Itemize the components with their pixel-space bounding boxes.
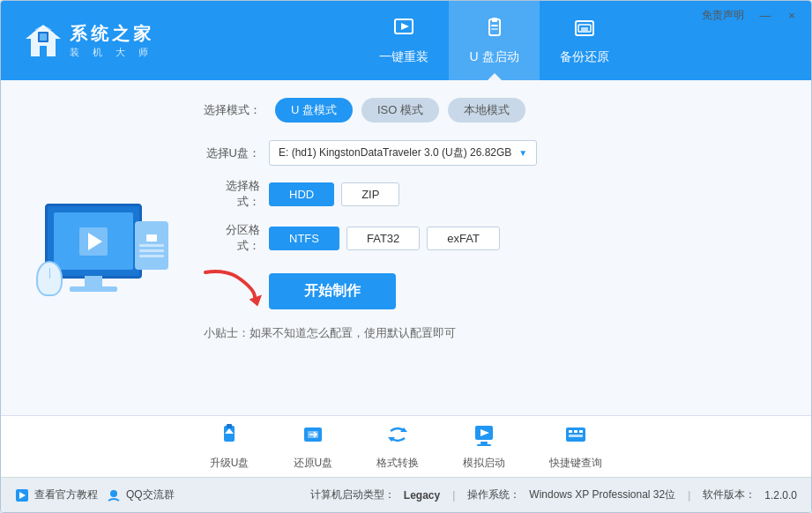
partition-exfat-button[interactable]: exFAT xyxy=(427,227,500,250)
qq-group-link[interactable]: QQ交流群 xyxy=(107,487,175,502)
version-label: 软件版本： xyxy=(703,487,756,502)
format-select-row: 选择格式： HDD ZIP xyxy=(204,178,785,210)
partition-fat32-button[interactable]: FAT32 xyxy=(346,227,420,250)
svg-marker-4 xyxy=(401,23,409,30)
format-select-label: 选择格式： xyxy=(204,178,260,210)
dropdown-arrow-icon: ▼ xyxy=(518,148,527,158)
svg-rect-30 xyxy=(569,435,583,437)
start-button-row: 开始制作 xyxy=(269,273,785,309)
action-upgrade-usb[interactable]: 升级U盘 xyxy=(210,422,250,471)
logo-area: 系统之家 装 机 大 师 xyxy=(1,1,177,80)
usb-dropdown[interactable]: E: (hd1) KingstonDataTraveler 3.0 (U盘) 2… xyxy=(269,140,537,166)
os-label: 操作系统： xyxy=(467,487,520,502)
upgrade-usb-icon xyxy=(217,422,242,452)
svg-rect-28 xyxy=(574,430,577,433)
os-value: Windows XP Professional 32位 xyxy=(529,487,675,502)
action-restore-usb[interactable]: 还原U盘 xyxy=(294,422,333,471)
svg-rect-27 xyxy=(569,430,572,433)
disclaimer-link[interactable]: 免责声明 xyxy=(702,8,744,23)
usb-stripe-1 xyxy=(139,244,164,247)
svg-rect-24 xyxy=(480,442,488,444)
svg-rect-29 xyxy=(579,430,583,433)
partition-ntfs-button[interactable]: NTFS xyxy=(269,227,339,250)
restore-usb-icon xyxy=(301,422,325,452)
tutorial-text: 查看官方教程 xyxy=(34,487,98,502)
header: 系统之家 装 机 大 师 一键重装 xyxy=(1,1,811,80)
tab-backup[interactable]: 备份还原 xyxy=(540,1,630,80)
svg-rect-7 xyxy=(491,25,498,26)
monitor-base xyxy=(70,286,117,292)
svg-rect-2 xyxy=(40,33,47,41)
logo-house-icon xyxy=(24,21,63,60)
red-arrow-icon xyxy=(198,264,269,309)
format-option-buttons: HDD ZIP xyxy=(269,182,399,206)
tab-reinstall[interactable]: 一键重装 xyxy=(358,1,449,80)
simulate-boot-label: 模拟启动 xyxy=(463,456,505,471)
partition-format-label: 分区格式： xyxy=(204,222,260,254)
shortcut-query-icon xyxy=(563,422,588,452)
mode-local-button[interactable]: 本地模式 xyxy=(448,98,525,123)
usb-dropdown-value: E: (hd1) KingstonDataTraveler 3.0 (U盘) 2… xyxy=(279,145,511,160)
tab-usb-label: U 盘启动 xyxy=(470,49,519,65)
status-divider-1: | xyxy=(452,489,455,502)
computer-illustration xyxy=(27,204,168,327)
svg-rect-16 xyxy=(227,424,232,428)
mode-iso-button[interactable]: ISO 模式 xyxy=(361,98,439,123)
format-convert-label: 格式转换 xyxy=(376,456,419,471)
svg-rect-6 xyxy=(492,18,497,22)
tab-backup-label: 备份还原 xyxy=(560,49,609,65)
shortcut-query-label: 快捷键查询 xyxy=(549,456,602,471)
boot-type-label: 计算机启动类型： xyxy=(310,487,395,502)
tutorial-link[interactable]: 查看官方教程 xyxy=(15,487,98,502)
mode-label: 选择模式： xyxy=(204,102,261,118)
qq-text: QQ交流群 xyxy=(126,487,175,502)
tab-usb[interactable]: U 盘启动 xyxy=(449,1,540,80)
app-window: 系统之家 装 机 大 师 一键重装 xyxy=(0,0,812,513)
tutorial-icon xyxy=(15,488,29,502)
status-divider-2: | xyxy=(688,489,690,502)
usb-stripe-3 xyxy=(139,255,164,257)
action-shortcut-query[interactable]: 快捷键查询 xyxy=(549,422,602,471)
format-hdd-button[interactable]: HDD xyxy=(269,182,334,206)
svg-rect-25 xyxy=(477,444,491,446)
mode-usb-button[interactable]: U 盘模式 xyxy=(275,98,353,123)
restore-usb-label: 还原U盘 xyxy=(294,456,333,471)
status-bar: 查看官方教程 QQ交流群 计算机启动类型： Legacy | 操作系统： Win… xyxy=(1,477,811,512)
action-simulate-boot[interactable]: 模拟启动 xyxy=(463,422,505,471)
svg-rect-8 xyxy=(491,28,498,30)
title-bar: 免责声明 — × xyxy=(695,1,811,29)
boot-type-value: Legacy xyxy=(404,489,440,502)
tip-text: 小贴士：如果不知道怎么配置，使用默认配置即可 xyxy=(204,325,785,341)
monitor-screen xyxy=(54,212,133,270)
simulate-boot-icon xyxy=(472,422,496,452)
partition-format-row: 分区格式： NTFS FAT32 exFAT xyxy=(204,222,785,254)
reinstall-icon xyxy=(391,16,416,46)
tab-reinstall-label: 一键重装 xyxy=(379,49,428,65)
format-convert-icon xyxy=(385,422,410,452)
usb-drive-illus xyxy=(135,221,168,270)
minimize-button[interactable]: — xyxy=(753,6,778,24)
close-button[interactable]: × xyxy=(779,6,804,24)
format-zip-button[interactable]: ZIP xyxy=(341,182,399,206)
qq-icon xyxy=(107,488,121,502)
svg-rect-11 xyxy=(581,27,588,31)
logo-title: 系统之家 xyxy=(70,22,154,46)
usb-select-row: 选择U盘： E: (hd1) KingstonDataTraveler 3.0 … xyxy=(204,140,785,166)
version-value: 1.2.0.0 xyxy=(764,489,797,502)
usb-stripe-2 xyxy=(139,249,164,252)
mouse-illus xyxy=(36,261,63,296)
action-format-convert[interactable]: 格式转换 xyxy=(376,422,419,471)
mode-selection-row: 选择模式： U 盘模式 ISO 模式 本地模式 xyxy=(204,98,785,123)
usb-icon xyxy=(482,16,507,46)
start-make-button[interactable]: 开始制作 xyxy=(269,273,396,309)
usb-select-label: 选择U盘： xyxy=(204,145,260,161)
bottom-action-bar: 升级U盘 还原U盘 格式转换 xyxy=(1,415,811,477)
upgrade-usb-label: 升级U盘 xyxy=(210,456,250,471)
partition-option-buttons: NTFS FAT32 exFAT xyxy=(269,227,500,250)
svg-point-33 xyxy=(110,490,117,497)
backup-icon xyxy=(572,16,597,46)
logo-subtitle: 装 机 大 师 xyxy=(70,46,154,59)
